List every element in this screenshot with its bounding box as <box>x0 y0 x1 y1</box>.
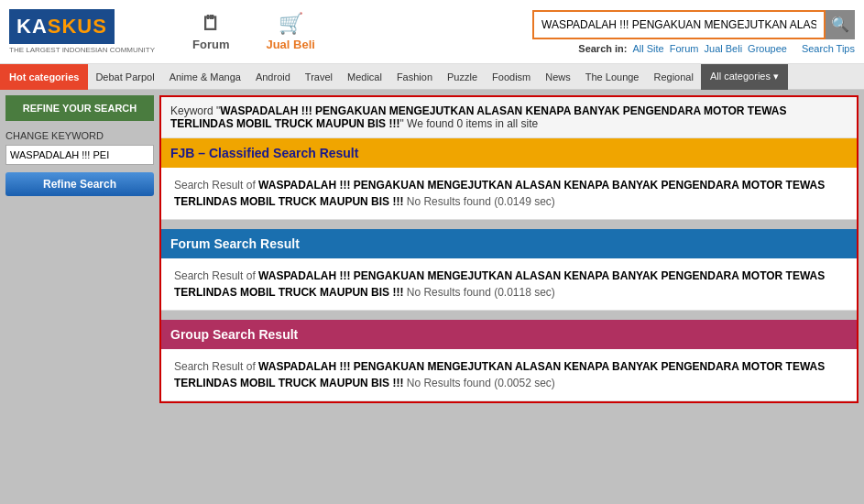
divider-1 <box>161 220 857 229</box>
search-meta: Search in: All Site Forum Jual Beli Grou… <box>578 43 855 54</box>
keyword-prefix: Keyword " <box>170 104 220 117</box>
search-area: 🔍 Search in: All Site Forum Jual Beli Gr… <box>532 10 855 54</box>
forum-icon: 🗒 <box>201 12 221 36</box>
forum-title: Forum Search Result <box>170 236 300 251</box>
fjb-result-text: Search Result of WASPADALAH !!! PENGAKUA… <box>174 177 844 210</box>
fjb-prefix: Search Result of <box>174 179 258 192</box>
group-prefix: Search Result of <box>174 360 258 373</box>
search-jualbeli[interactable]: Jual Beli <box>705 43 743 54</box>
category-items: Debat Parpol Anime & Manga Android Trave… <box>88 64 788 90</box>
cat-fashion[interactable]: Fashion <box>389 64 440 90</box>
cat-foodism[interactable]: Foodism <box>485 64 538 90</box>
cat-debat-parpol[interactable]: Debat Parpol <box>88 64 161 90</box>
search-groupee[interactable]: Groupee <box>748 43 787 54</box>
search-all-site[interactable]: All Site <box>632 43 663 54</box>
logo-subtitle: THE LARGEST INDONESIAN COMMUNITY <box>9 46 156 54</box>
keyword-input[interactable] <box>5 145 154 165</box>
forum-result: No Results found (0.0118 sec) <box>407 286 555 299</box>
jualbeli-icon: 🛒 <box>279 12 303 36</box>
logo: KASKUS <box>16 15 107 38</box>
hot-categories-button[interactable]: Hot categories <box>0 64 88 90</box>
main-layout: REFINE YOUR SEARCH CHANGE KEYWORD Refine… <box>0 90 864 409</box>
divider-2 <box>161 311 857 320</box>
fjb-title: FJB – Classified Search Result <box>170 146 358 160</box>
category-nav: Hot categories Debat Parpol Anime & Mang… <box>0 64 864 90</box>
group-body: Search Result of WASPADALAH !!! PENGAKUA… <box>161 349 857 401</box>
sidebar: REFINE YOUR SEARCH CHANGE KEYWORD Refine… <box>5 95 154 403</box>
search-row: 🔍 <box>532 10 855 39</box>
nav-buttons: 🗒 Forum 🛒 Jual Beli <box>174 6 334 57</box>
change-keyword-label: CHANGE KEYWORD <box>5 130 154 141</box>
group-result-text: Search Result of WASPADALAH !!! PENGAKUA… <box>174 358 844 391</box>
logo-skus: SKUS <box>48 15 107 38</box>
forum-body: Search Result of WASPADALAH !!! PENGAKUA… <box>161 258 857 311</box>
cat-puzzle[interactable]: Puzzle <box>440 64 485 90</box>
header: KASKUS THE LARGEST INDONESIAN COMMUNITY … <box>0 0 864 64</box>
cat-travel[interactable]: Travel <box>298 64 340 90</box>
jualbeli-nav-button[interactable]: 🛒 Jual Beli <box>247 6 333 57</box>
forum-nav-button[interactable]: 🗒 Forum <box>174 6 247 57</box>
logo-ka: KA <box>16 15 48 38</box>
search-button[interactable]: 🔍 <box>826 10 855 39</box>
cat-regional[interactable]: Regional <box>646 64 700 90</box>
cat-anime-manga[interactable]: Anime & Manga <box>162 64 248 90</box>
group-header: Group Search Result <box>161 320 857 349</box>
cat-the-lounge[interactable]: The Lounge <box>578 64 647 90</box>
change-keyword-section: CHANGE KEYWORD Refine Search <box>5 130 154 196</box>
refine-your-search-label: REFINE YOUR SEARCH <box>5 95 154 121</box>
keyword-suffix: " We found 0 items in all site <box>399 117 538 130</box>
fjb-result: No Results found (0.0149 sec) <box>407 195 555 208</box>
cat-news[interactable]: News <box>538 64 578 90</box>
search-in-label: Search in: <box>578 43 627 54</box>
logo-area: KASKUS THE LARGEST INDONESIAN COMMUNITY <box>9 9 156 54</box>
keyword-bar: Keyword "WASPADALAH !!! PENGAKUAN MENGEJ… <box>161 97 857 138</box>
forum-prefix: Search Result of <box>174 269 258 282</box>
forum-header: Forum Search Result <box>161 229 857 258</box>
search-results-content: Keyword "WASPADALAH !!! PENGAKUAN MENGEJ… <box>159 95 859 403</box>
group-result: No Results found (0.0052 sec) <box>407 377 555 389</box>
search-tips[interactable]: Search Tips <box>802 43 855 54</box>
group-title: Group Search Result <box>170 327 298 342</box>
search-input[interactable] <box>532 10 826 39</box>
forum-label: Forum <box>192 38 229 51</box>
forum-result-text: Search Result of WASPADALAH !!! PENGAKUA… <box>174 268 844 301</box>
logo-box: KASKUS <box>9 9 115 44</box>
jualbeli-label: Jual Beli <box>266 38 314 51</box>
refine-search-button[interactable]: Refine Search <box>5 172 154 196</box>
search-forum[interactable]: Forum <box>670 43 699 54</box>
cat-all-categories[interactable]: All categories ▾ <box>701 64 788 90</box>
fjb-header: FJB – Classified Search Result <box>161 138 857 168</box>
cat-android[interactable]: Android <box>248 64 298 90</box>
fjb-body: Search Result of WASPADALAH !!! PENGAKUA… <box>161 168 857 220</box>
cat-medical[interactable]: Medical <box>340 64 389 90</box>
